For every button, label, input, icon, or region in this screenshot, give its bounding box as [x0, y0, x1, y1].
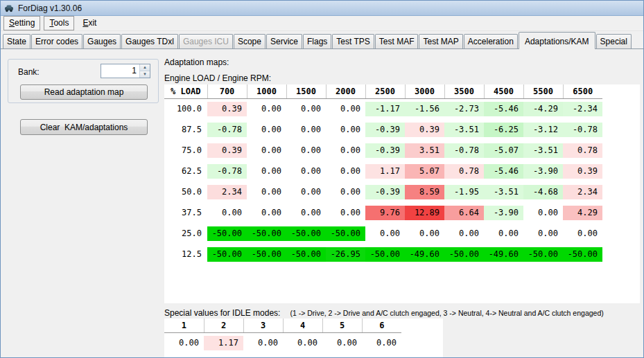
map-cell: 0.39: [405, 119, 444, 140]
map-cell: -3.90: [523, 161, 563, 181]
bank-spinner[interactable]: 1 ▲ ▼: [101, 64, 150, 78]
map-corner-header: % LOAD: [164, 84, 207, 98]
map-row-header: 50.0: [164, 181, 207, 202]
map-cell: -50.00: [207, 223, 247, 244]
tab-test-tps[interactable]: Test TPS: [332, 34, 374, 48]
map-cell: 0.00: [563, 223, 602, 244]
map-cell: 0.00: [326, 119, 365, 140]
map-cell: 0.00: [247, 181, 286, 202]
map-table-row: 25.0-50.00-50.00-50.00-50.000.000.000.00…: [164, 223, 602, 244]
map-col-header-2500: 2500: [365, 84, 405, 98]
map-cell: 0.00: [207, 202, 247, 223]
bank-label: Bank:: [18, 67, 40, 77]
map-cell: -6.25: [484, 119, 523, 140]
map-cell: 2.34: [563, 181, 602, 202]
map-cell: 0.00: [326, 202, 365, 223]
tab-gauges-icu[interactable]: Gauges ICU: [179, 34, 233, 48]
idle-col-header-6: 6: [362, 319, 401, 332]
map-col-header-5500: 5500: [523, 84, 563, 98]
map-row-header: 37.5: [164, 202, 207, 223]
spin-up-icon[interactable]: ▲: [140, 64, 150, 71]
map-cell: 0.39: [207, 98, 247, 119]
map-cell: 0.00: [523, 223, 563, 244]
clear-kam-button[interactable]: Clear KAM/adaptations: [20, 119, 148, 135]
menu-item-exit[interactable]: Exit: [78, 17, 101, 30]
map-cell: 0.78: [563, 140, 602, 161]
bank-value[interactable]: 1: [101, 64, 139, 78]
tab-gauges[interactable]: Gauges: [83, 34, 121, 48]
map-title-label: Engine LOAD / Engine RPM:: [164, 73, 271, 83]
menu-item-tools[interactable]: Tools: [44, 16, 74, 30]
map-row-header: 100.0: [164, 98, 207, 119]
map-cell: -3.51: [444, 119, 484, 140]
map-grid: % LOAD7001000150020002500300035004500550…: [164, 84, 602, 265]
map-table-row: 50.02.340.000.000.00-0.398.59-1.95-3.51-…: [164, 181, 602, 202]
tab-adaptations-kam[interactable]: Adaptations/KAM: [519, 32, 595, 49]
read-adaptation-map-button[interactable]: Read adaptation map: [20, 84, 148, 100]
bank-spin-buttons: ▲ ▼: [139, 64, 150, 78]
map-col-header-6500: 6500: [563, 84, 602, 98]
map-row-header: 75.0: [164, 140, 207, 161]
tab-gauges-tdxl[interactable]: Gauges TDxl: [121, 34, 178, 48]
map-cell: 0.00: [326, 181, 365, 202]
tab-test-maf[interactable]: Test MAF: [375, 34, 419, 48]
tab-acceleration[interactable]: Acceleration: [464, 34, 518, 48]
idle-cell: 0.00: [362, 332, 401, 353]
map-cell: -50.00: [247, 244, 286, 265]
map-cell: 0.00: [247, 119, 286, 140]
map-cell: 0.00: [326, 161, 365, 181]
idle-col-header-5: 5: [322, 319, 362, 332]
tab-test-map[interactable]: Test MAP: [419, 34, 462, 48]
map-cell: 0.00: [286, 161, 326, 181]
tab-scope[interactable]: Scope: [234, 34, 266, 48]
tab-error-codes[interactable]: Error codes: [31, 34, 82, 48]
idle-cell: 0.00: [243, 332, 283, 353]
map-cell: 0.00: [326, 98, 365, 119]
map-cell: -50.00: [523, 244, 563, 265]
idle-cell: 0.00: [322, 332, 362, 353]
idle-grid: 1234560.001.170.000.000.000.00: [164, 319, 401, 353]
map-cell: 12.89: [405, 202, 444, 223]
map-row-header: 62.5: [164, 161, 207, 181]
map-cell: 0.00: [365, 223, 405, 244]
spin-down-icon[interactable]: ▼: [140, 71, 150, 78]
map-row-header: 12.5: [164, 244, 207, 265]
map-row-header: 25.0: [164, 223, 207, 244]
map-cell: 0.00: [247, 98, 286, 119]
tab-service[interactable]: Service: [266, 34, 302, 48]
map-cell: -26.95: [326, 244, 365, 265]
tab-state[interactable]: State: [3, 34, 31, 48]
map-cell: 2.34: [207, 181, 247, 202]
menu-item-setting[interactable]: Setting: [3, 16, 40, 30]
map-cell: 0.00: [523, 202, 563, 223]
map-header-row: % LOAD7001000150020002500300035004500550…: [164, 84, 602, 98]
idle-table-row: 0.001.170.000.000.000.00: [164, 332, 401, 353]
map-cell: -50.00: [563, 244, 602, 265]
map-cell: -0.39: [365, 140, 405, 161]
tab-special[interactable]: Special: [596, 34, 632, 48]
tab-flags[interactable]: Flags: [303, 34, 331, 48]
idle-labels-row: Special values for IDLE modes: (1 -> Dri…: [164, 308, 604, 318]
map-cell: 0.00: [247, 161, 286, 181]
app-icon: [4, 3, 14, 13]
map-cell: -4.29: [523, 98, 563, 119]
map-cell: 3.51: [405, 140, 444, 161]
map-cell: -1.17: [365, 98, 405, 119]
map-cell: 0.00: [286, 140, 326, 161]
map-cell: -50.00: [286, 244, 326, 265]
map-cell: -50.00: [286, 223, 326, 244]
bank-groupbox: Bank: 1 ▲ ▼ Read adaptation map: [8, 59, 159, 103]
map-cell: -0.39: [365, 119, 405, 140]
map-cell: -5.07: [484, 140, 523, 161]
map-cell: 8.59: [405, 181, 444, 202]
idle-col-header-1: 1: [164, 319, 204, 332]
map-col-header-1500: 1500: [286, 84, 326, 98]
map-cell: 0.00: [405, 223, 444, 244]
map-cell: -0.78: [444, 140, 484, 161]
map-cell: -49.60: [484, 244, 523, 265]
adaptation-maps-label: Adaptation maps:: [164, 57, 229, 67]
map-cell: 0.00: [326, 140, 365, 161]
idle-cell: 0.00: [164, 332, 204, 353]
map-cell: -0.78: [207, 161, 247, 181]
idle-col-header-4: 4: [283, 319, 322, 332]
